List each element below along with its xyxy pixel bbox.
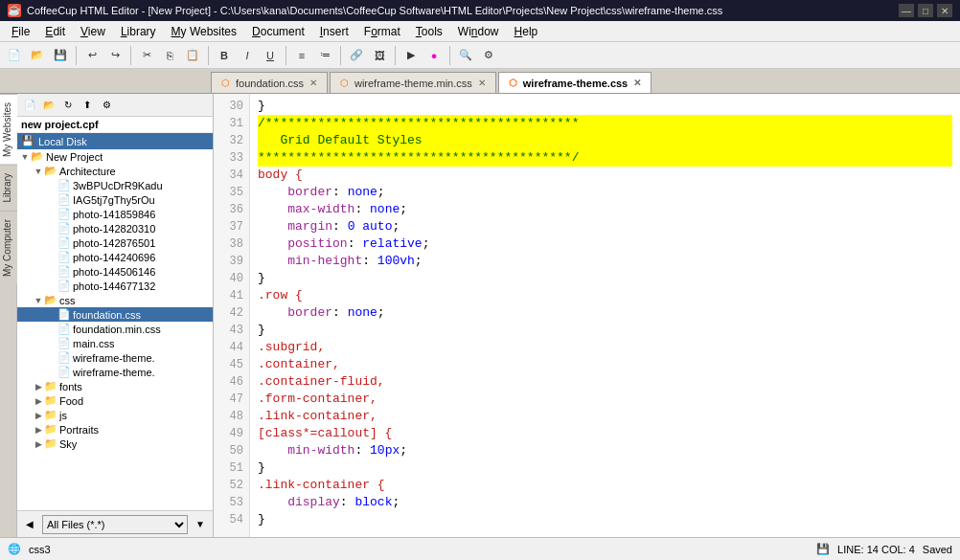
code-line[interactable]: max-width: none; xyxy=(258,201,952,218)
save-button[interactable]: 💾 xyxy=(50,45,71,66)
code-line[interactable]: border: none; xyxy=(258,184,952,201)
tab-wireframe-css[interactable]: ⬡ wireframe-theme.css ✕ xyxy=(498,72,651,93)
tree-item[interactable]: 📄IAG5tj7gThy5rOu xyxy=(17,192,213,207)
code-line[interactable]: ****************************************… xyxy=(258,149,952,167)
code-line[interactable]: } xyxy=(258,270,952,287)
fp-refresh-btn[interactable]: ↻ xyxy=(59,97,77,114)
search-button[interactable]: 🔍 xyxy=(455,45,476,66)
code-line[interactable]: margin: 0 auto; xyxy=(258,218,952,235)
menu-tools[interactable]: Tools xyxy=(408,23,450,40)
scroll-left-btn[interactable]: ◀ xyxy=(21,516,38,533)
tree-item[interactable]: 📄photo-142876501 xyxy=(17,235,213,250)
code-line[interactable]: [class*=callout] { xyxy=(258,425,952,442)
menu-window[interactable]: Window xyxy=(450,23,507,40)
open-button[interactable]: 📂 xyxy=(27,45,48,66)
code-line[interactable]: .subgrid, xyxy=(258,339,952,356)
code-line[interactable]: min-height: 100vh; xyxy=(258,253,952,270)
code-line[interactable]: } xyxy=(258,459,952,477)
tree-item[interactable]: 📄photo-144677132 xyxy=(17,279,213,293)
code-line[interactable]: } xyxy=(258,511,952,528)
code-line[interactable]: .container, xyxy=(258,356,952,373)
tree-item[interactable]: ▶📁fonts xyxy=(17,379,213,393)
image-button[interactable]: 🖼 xyxy=(369,45,390,66)
redo-button[interactable]: ↪ xyxy=(104,45,126,66)
vtab-library[interactable]: Library xyxy=(0,165,17,211)
tree-item[interactable]: ▼📂Architecture xyxy=(17,164,213,178)
color-button[interactable]: ● xyxy=(423,45,445,66)
code-line[interactable]: min-width: 10px; xyxy=(258,442,952,459)
code-line[interactable]: .link-container, xyxy=(258,408,952,425)
file-tree[interactable]: ▼📂New Project▼📂Architecture📄3wBPUcDrR9Ka… xyxy=(17,149,213,510)
maximize-button[interactable]: □ xyxy=(918,4,933,17)
italic-button[interactable]: I xyxy=(237,45,258,66)
link-button[interactable]: 🔗 xyxy=(346,45,367,66)
fp-up-btn[interactable]: ⬆ xyxy=(79,97,96,114)
tree-item[interactable]: 📄photo-142820310 xyxy=(17,221,213,235)
menu-help[interactable]: Help xyxy=(507,23,546,40)
tree-item[interactable]: 📄foundation.css xyxy=(17,307,213,322)
code-line[interactable]: .form-container, xyxy=(258,391,952,408)
menu-library[interactable]: Library xyxy=(113,23,164,40)
code-lines[interactable]: }/**************************************… xyxy=(250,94,960,537)
tree-toggle[interactable]: ▼ xyxy=(33,296,44,305)
undo-button[interactable]: ↩ xyxy=(81,45,103,66)
tree-item[interactable]: ▶📁js xyxy=(17,408,213,422)
close-button[interactable]: ✕ xyxy=(937,4,952,17)
menu-document[interactable]: Document xyxy=(244,23,312,40)
code-line[interactable]: display: block; xyxy=(258,494,952,511)
tree-toggle[interactable]: ▼ xyxy=(19,152,31,162)
vtab-mywebsites[interactable]: My Websites xyxy=(0,94,17,165)
tree-toggle[interactable]: ▼ xyxy=(33,167,44,176)
scroll-down-btn[interactable]: ▼ xyxy=(192,516,209,533)
menu-view[interactable]: View xyxy=(73,23,113,40)
code-line[interactable]: } xyxy=(258,322,952,339)
tree-toggle[interactable]: ▶ xyxy=(33,382,44,392)
tree-item[interactable]: 📄main.css xyxy=(17,336,213,350)
code-line[interactable]: .link-container { xyxy=(258,477,952,494)
menu-insert[interactable]: Insert xyxy=(312,23,356,40)
code-line[interactable]: position: relative; xyxy=(258,235,952,253)
code-line[interactable]: } xyxy=(258,98,952,115)
tree-item[interactable]: 📄foundation.min.css xyxy=(17,322,213,336)
tree-toggle[interactable]: ▶ xyxy=(33,411,44,420)
bold-button[interactable]: B xyxy=(214,45,235,66)
underline-button[interactable]: U xyxy=(260,45,281,66)
align-button[interactable]: ≡ xyxy=(291,45,312,66)
code-line[interactable]: body { xyxy=(258,167,952,184)
preview-button[interactable]: ▶ xyxy=(400,45,422,66)
tree-toggle[interactable]: ▶ xyxy=(33,396,44,406)
window-controls[interactable]: — □ ✕ xyxy=(899,4,952,17)
tree-item[interactable]: ▶📁Food xyxy=(17,393,213,408)
tree-item[interactable]: ▼📂New Project xyxy=(17,149,213,164)
tab-close-2[interactable]: ✕ xyxy=(478,78,486,88)
tree-item[interactable]: 📄wireframe-theme. xyxy=(17,350,213,365)
file-filter-select[interactable]: All Files (*.*) xyxy=(42,515,188,534)
list-button[interactable]: ≔ xyxy=(314,45,335,66)
minimize-button[interactable]: — xyxy=(899,4,914,17)
paste-button[interactable]: 📋 xyxy=(182,45,203,66)
cut-button[interactable]: ✂ xyxy=(136,45,157,66)
fp-settings-btn[interactable]: ⚙ xyxy=(98,97,115,114)
code-line[interactable]: Grid Default Styles xyxy=(258,132,952,149)
tree-toggle[interactable]: ▶ xyxy=(33,439,44,449)
tab-wireframe-min-css[interactable]: ⬡ wireframe-theme.min.css ✕ xyxy=(330,72,496,93)
tab-close-3[interactable]: ✕ xyxy=(633,78,641,88)
tree-item[interactable]: 📄photo-144506146 xyxy=(17,264,213,279)
tree-item[interactable]: 📄3wBPUcDrR9Kadu xyxy=(17,178,213,192)
tree-toggle[interactable]: ▶ xyxy=(33,425,44,435)
tree-item[interactable]: 📄photo-141859846 xyxy=(17,207,213,221)
fp-open-btn[interactable]: 📂 xyxy=(40,97,57,114)
tree-item[interactable]: ▶📁Sky xyxy=(17,437,213,451)
settings-button[interactable]: ⚙ xyxy=(478,45,499,66)
menu-edit[interactable]: Edit xyxy=(37,23,73,40)
tree-item[interactable]: 📄wireframe-theme. xyxy=(17,365,213,379)
fp-new-btn[interactable]: 📄 xyxy=(21,97,38,114)
code-line[interactable]: /***************************************… xyxy=(258,115,952,132)
menu-format[interactable]: Format xyxy=(356,23,408,40)
tab-close-1[interactable]: ✕ xyxy=(309,78,317,88)
tree-item[interactable]: 📄photo-144240696 xyxy=(17,250,213,264)
menu-file[interactable]: File xyxy=(4,23,37,40)
tab-foundation-css[interactable]: ⬡ foundation.css ✕ xyxy=(211,72,328,93)
code-content[interactable]: 3031323334353637383940414243444546474849… xyxy=(214,94,960,537)
new-button[interactable]: 📄 xyxy=(4,45,25,66)
